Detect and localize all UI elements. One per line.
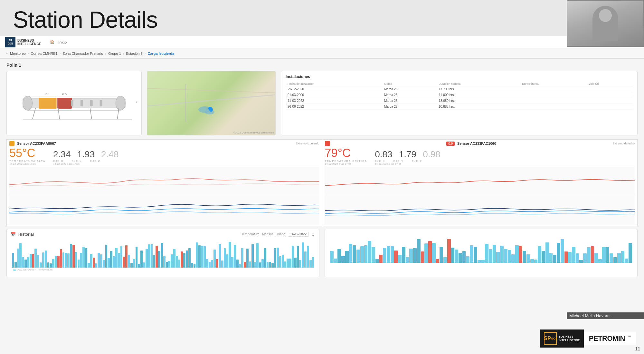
list-item (17, 249, 19, 268)
list-item (545, 242, 549, 263)
sensor-right-ejez: 0.98 (423, 150, 440, 159)
nav-item-estacion[interactable]: Estación 3 (126, 52, 142, 55)
list-item (481, 260, 485, 263)
cell-marca: Marca 25 (382, 92, 437, 98)
conveyor-panel: 10 D D P (6, 71, 142, 135)
list-item (186, 251, 188, 268)
list-item (93, 258, 95, 268)
nav-item-grupo[interactable]: Grupo 1 (108, 52, 121, 55)
list-item (95, 263, 97, 268)
conveyor-diagram: 10 D D P (10, 81, 138, 126)
list-item (271, 263, 274, 268)
list-item (201, 246, 203, 268)
historial-mensual-label[interactable]: Mensual (262, 232, 274, 236)
list-item (194, 264, 196, 268)
historial-diario-label[interactable]: Diario (277, 232, 285, 236)
list-item (251, 244, 254, 268)
list-item (267, 262, 269, 268)
list-item (345, 251, 349, 263)
list-item (625, 259, 628, 263)
cell-fecha: 11-03-2022 (286, 98, 382, 104)
list-item (478, 260, 481, 263)
list-item (553, 255, 556, 263)
list-item (156, 246, 158, 268)
sensor-left-ejey: 1.93 (77, 150, 95, 159)
list-item (591, 246, 594, 263)
list-item (368, 241, 371, 263)
list-item (198, 245, 201, 268)
list-item (115, 248, 118, 268)
list-item (231, 257, 233, 268)
list-item (519, 246, 523, 263)
list-item (613, 257, 617, 263)
logo-area: SPGO! BUSINESSINTELLIGENCE (5, 37, 41, 47)
sensor-left-metrics: 55°C TEMPERATURA ALTA 14-12-2022 a las 1… (9, 147, 319, 165)
list-item (100, 254, 102, 268)
petromin-text: PETROMIN (589, 334, 625, 342)
list-item (330, 251, 334, 263)
table-row: 26-06-2022 Marca 27 10.882 hrs. (286, 104, 633, 110)
sensor-right-dot (325, 141, 330, 146)
list-item (90, 254, 92, 268)
list-item (40, 262, 42, 268)
map-panel: ©2022 OpenStreetMap contributors (147, 71, 276, 135)
sensor-right-ejex-val: 0.83 (375, 150, 393, 159)
sensor-left-position: Extremo Izquierdo (296, 142, 319, 145)
cell-marca: Marca 26 (382, 98, 437, 104)
list-item (353, 245, 356, 263)
home-link[interactable]: Inicio (58, 40, 67, 44)
sensor-right-eje-ts: 14-12-2022 a las 17:06 (375, 162, 440, 165)
list-item (241, 248, 243, 268)
list-item (113, 256, 115, 268)
sensor-left-temp-label: TEMPERATURA ALTA (9, 160, 45, 162)
historial-date[interactable]: 14-12-2022 (288, 232, 309, 237)
list-item (78, 260, 80, 268)
nav-breadcrumb: ← Monitoreo › Correa CMHRE1 › Zona Chanc… (0, 48, 644, 59)
cell-real (520, 92, 587, 98)
spgo-logo: SPGO! BUSINESS INTELLIGENCE (540, 329, 584, 348)
list-item (511, 254, 515, 263)
svg-rect-9 (90, 100, 93, 106)
list-item (292, 246, 294, 268)
cell-vida (587, 92, 633, 98)
col-vida: Vida Útil (587, 82, 633, 86)
svg-point-2 (116, 96, 125, 110)
list-item (14, 262, 17, 268)
list-item (602, 247, 606, 263)
list-item (279, 256, 281, 268)
list-item (161, 243, 163, 268)
list-item (360, 246, 364, 263)
svg-line-14 (117, 108, 119, 119)
list-item (168, 261, 170, 268)
historial-calendar-btn[interactable]: 🗓 (311, 232, 315, 237)
nav-item-correa[interactable]: Correa CMHRE1 (31, 52, 58, 55)
list-item (143, 262, 145, 268)
nav-item-zona[interactable]: Zona Chancador Primario (62, 52, 103, 55)
list-item (462, 251, 466, 263)
nav-arrow-back[interactable]: ← (5, 52, 9, 55)
cell-real (520, 98, 587, 104)
list-item (221, 261, 223, 268)
list-item (88, 263, 90, 268)
list-item (103, 260, 105, 268)
nav-item-carga[interactable]: Carga Izquierda (148, 52, 175, 55)
list-item (534, 260, 538, 263)
list-item (508, 250, 511, 263)
sensor-right-eje-chart: Eje X Eje Y Eje Z (325, 196, 635, 225)
historial-right-chart (329, 234, 633, 263)
cell-real (520, 86, 587, 92)
list-item (391, 246, 394, 263)
list-item (334, 259, 337, 263)
historial-temperatura-label[interactable]: Temperatura (242, 232, 260, 236)
list-item (98, 253, 100, 268)
historial-row: 📅 Historial Temperatura Mensual Diario 1… (6, 229, 638, 277)
col-nominal: Duración nominal (437, 82, 520, 86)
list-item (455, 250, 458, 263)
historial-calendar-icon: 📅 (11, 232, 16, 237)
nav-item-monitoreo[interactable]: Monitoreo (10, 52, 26, 55)
list-item (239, 264, 241, 268)
list-item (256, 243, 259, 268)
sensor-right-tag: 0.9 (446, 142, 455, 146)
list-item (500, 246, 504, 263)
svg-rect-7 (71, 100, 73, 106)
